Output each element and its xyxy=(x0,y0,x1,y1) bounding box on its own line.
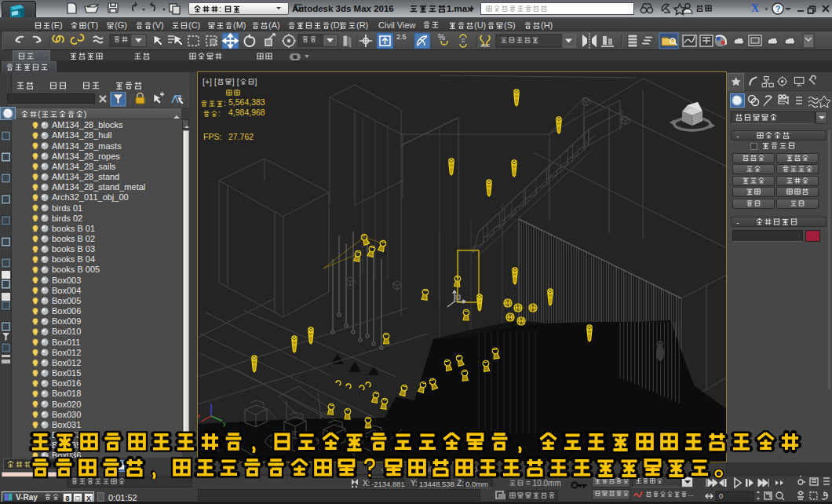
svg-text:Box010: Box010 xyxy=(52,327,81,337)
svg-text:Arch32_011_obj_00: Arch32_011_obj_00 xyxy=(52,192,129,202)
svg-text:books B 02: books B 02 xyxy=(52,234,95,243)
svg-text:AM134_28_stand: AM134_28_stand xyxy=(52,172,119,181)
svg-text:AM134_28_blocks: AM134_28_blocks xyxy=(52,120,123,130)
svg-text:Box004: Box004 xyxy=(52,286,81,295)
svg-text:x: x xyxy=(198,412,200,419)
svg-text:27.762: 27.762 xyxy=(228,132,254,141)
svg-text:books B 04: books B 04 xyxy=(52,254,95,264)
svg-text:FPS:: FPS: xyxy=(203,132,221,141)
svg-text:Box009: Box009 xyxy=(52,316,81,326)
svg-text:?: ? xyxy=(775,4,781,13)
svg-text:Box016: Box016 xyxy=(52,378,81,388)
svg-text:Box005: Box005 xyxy=(52,296,81,305)
svg-text:Box020: Box020 xyxy=(52,400,81,409)
svg-text:2.5: 2.5 xyxy=(396,33,407,41)
svg-text:books B 03: books B 03 xyxy=(52,244,95,254)
svg-text:4,984,968: 4,984,968 xyxy=(228,108,265,117)
svg-text:Box012: Box012 xyxy=(52,348,81,357)
svg-text:Box015: Box015 xyxy=(52,368,81,378)
svg-text:ABC: ABC xyxy=(480,43,491,48)
svg-text:Box012: Box012 xyxy=(52,358,81,367)
svg-text:birds 01: birds 01 xyxy=(52,203,82,213)
svg-text:AM134_28_ropes: AM134_28_ropes xyxy=(52,152,120,161)
svg-text:AM134_28_hull: AM134_28_hull xyxy=(52,131,111,141)
svg-text:Box031: Box031 xyxy=(52,420,81,429)
svg-text:y: y xyxy=(223,420,226,427)
svg-text:AM134_28_stand_metal: AM134_28_stand_metal xyxy=(52,182,145,192)
svg-text:Box018: Box018 xyxy=(52,389,81,399)
svg-text:Box003: Box003 xyxy=(52,276,81,285)
svg-text:AM134_28_masts: AM134_28_masts xyxy=(52,141,122,151)
svg-text:%: % xyxy=(438,33,445,42)
svg-text:Box011: Box011 xyxy=(52,338,81,347)
svg-text:0: 0 xyxy=(719,492,723,500)
svg-text:books B 005: books B 005 xyxy=(52,265,100,275)
svg-text:5,564,383: 5,564,383 xyxy=(228,97,265,107)
svg-text:Box006: Box006 xyxy=(52,306,81,316)
svg-text:books B 01: books B 01 xyxy=(52,224,95,233)
svg-text:AM134_28_sails: AM134_28_sails xyxy=(52,162,116,171)
svg-text:birds 02: birds 02 xyxy=(52,214,82,223)
svg-text:Box030: Box030 xyxy=(52,410,81,419)
